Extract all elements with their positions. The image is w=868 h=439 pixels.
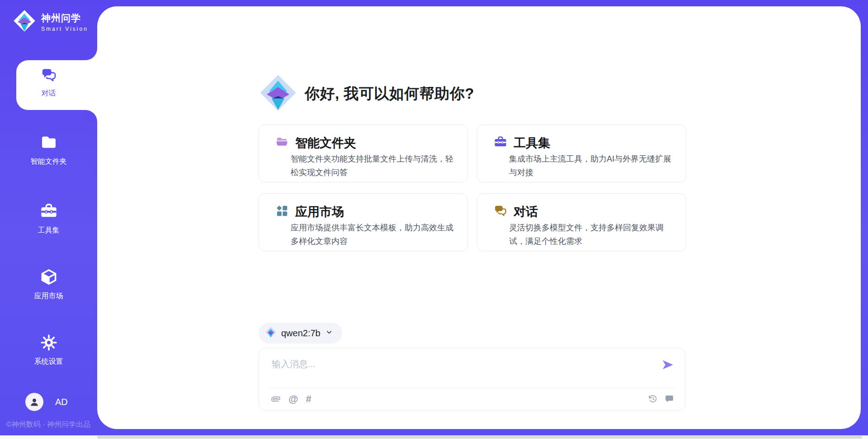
send-icon[interactable] [660, 358, 675, 372]
card-app-market[interactable]: 应用市场 应用市场提供丰富长文本模板，助力高效生成多样化文章内容 [259, 193, 468, 251]
card-description: 应用市场提供丰富长文本模板，助力高效生成多样化文章内容 [291, 221, 460, 248]
sidebar-item-settings[interactable]: 系统设置 [0, 334, 97, 367]
card-description: 灵活切换多模型文件，支持多样回复效果调试，满足个性化需求 [509, 221, 678, 248]
card-description: 智能文件夹功能支持批量文件上传与清洗，轻松实现文件问答 [291, 152, 460, 179]
sidebar-item-app-market[interactable]: 应用市场 [0, 268, 97, 301]
message-composer: @ # [259, 348, 685, 411]
card-toolset[interactable]: 工具集 集成市场上主流工具，助力AI与外界无缝扩展与对接 [477, 124, 686, 182]
mention-icon[interactable]: @ [288, 394, 298, 404]
card-title: 对话 [514, 204, 538, 220]
feature-cards: 智能文件夹 智能文件夹功能支持批量文件上传与清洗，轻松实现文件问答 [259, 124, 686, 251]
sidebar-item-chat[interactable]: 对话 [0, 67, 97, 98]
brand-title: 神州问学 [41, 12, 88, 24]
chevron-down-icon [325, 328, 333, 339]
active-tab-curve-top [85, 48, 97, 60]
card-title: 工具集 [514, 135, 550, 151]
sidebar-item-label: 工具集 [0, 226, 97, 235]
card-smart-folder[interactable]: 智能文件夹 智能文件夹功能支持批量文件上传与清洗，轻松实现文件问答 [259, 124, 468, 182]
assistant-logo-diamond-icon [259, 73, 297, 114]
main-panel: 你好, 我可以如何帮助你? 智能文件夹 智能文件夹功能支持批量文件上传与清洗，轻… [97, 6, 861, 429]
model-selector[interactable]: qwen2:7b [259, 323, 342, 344]
user-account[interactable]: AD [25, 393, 68, 411]
active-tab-curve-bottom [85, 110, 97, 122]
sidebar-item-toolset[interactable]: 工具集 [0, 202, 97, 235]
sidebar: 神州问学 Smart Vision 对话 智能文件夹 [0, 0, 97, 439]
toolbox-icon [40, 214, 58, 222]
avatar [25, 393, 43, 411]
sidebar-item-label: 应用市场 [0, 291, 97, 301]
chat-icon [494, 204, 507, 220]
horizontal-scrollbar[interactable] [0, 435, 868, 439]
toolbox-icon [494, 135, 507, 151]
brand-subtitle: Smart Vision [41, 26, 88, 32]
sidebar-item-label: 智能文件夹 [0, 157, 97, 167]
greeting-block: 你好, 我可以如何帮助你? [259, 73, 474, 114]
card-description: 集成市场上主流工具，助力AI与外界无缝扩展与对接 [509, 152, 678, 179]
sidebar-item-label: 系统设置 [0, 357, 97, 367]
message-input[interactable] [272, 356, 642, 372]
user-name: AD [55, 397, 68, 407]
folder-icon [40, 145, 58, 153]
brand: 神州问学 Smart Vision [13, 9, 88, 34]
folder-open-icon [275, 135, 289, 151]
sidebar-footer: ©神州数码 · 神州问学出品 [6, 420, 90, 429]
sidebar-item-label: 对话 [0, 89, 97, 98]
sidebar-item-smart-folder[interactable]: 智能文件夹 [0, 134, 97, 167]
model-logo-diamond-icon [265, 326, 277, 340]
composer-divider [270, 388, 674, 388]
attach-icon[interactable] [271, 394, 281, 404]
app-grid-icon [275, 204, 289, 220]
card-title: 应用市场 [295, 204, 344, 220]
greeting-title: 你好, 我可以如何帮助你? [305, 84, 474, 104]
gear-icon [40, 345, 58, 353]
brand-logo-diamond-icon [13, 9, 36, 34]
model-name: qwen2:7b [281, 328, 321, 339]
scrollbar-thumb[interactable] [97, 436, 862, 439]
card-chat[interactable]: 对话 灵活切换多模型文件，支持多样回复效果调试，满足个性化需求 [477, 193, 686, 251]
cube-icon [40, 280, 58, 287]
hash-icon[interactable]: # [306, 394, 311, 404]
card-title: 智能文件夹 [295, 135, 356, 151]
chat-icon [41, 77, 57, 85]
message-icon[interactable] [665, 394, 674, 404]
history-icon[interactable] [648, 394, 658, 404]
